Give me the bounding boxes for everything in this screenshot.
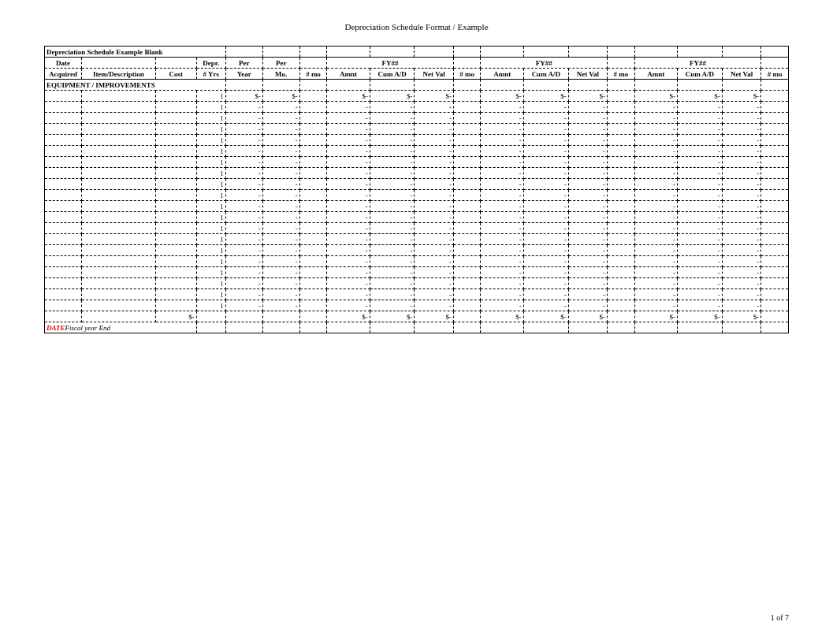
cell-nmo — [761, 300, 789, 311]
cell-netval: $- — [722, 91, 760, 102]
cell-acquired — [45, 311, 82, 322]
cell-cum: - — [678, 102, 723, 113]
cell-amnt: $- — [327, 91, 370, 102]
cell-cum: - — [523, 124, 568, 135]
empty-cell — [299, 80, 327, 91]
cell-amnt: - — [327, 278, 370, 289]
cell-per-mo: - — [262, 256, 299, 267]
cell-amnt: - — [481, 190, 523, 201]
empty-cell — [327, 47, 370, 58]
hdr-fy-0: FY## — [327, 58, 454, 69]
cell-nmo — [453, 201, 481, 212]
cell-cum: - — [678, 179, 723, 190]
cell-nmo — [608, 124, 635, 135]
cell-cum: - — [678, 300, 723, 311]
cell-per-year: - — [225, 245, 262, 256]
cell-nmo — [453, 267, 481, 278]
cell-nmo — [761, 256, 789, 267]
cell-nmo — [761, 278, 789, 289]
cell-nmo — [608, 212, 635, 223]
cell-cost — [155, 289, 196, 300]
cell-acquired — [45, 212, 82, 223]
cell-acquired — [45, 190, 82, 201]
cell-acquired — [45, 278, 82, 289]
total-netval: $- — [568, 311, 607, 322]
cell-amnt: - — [634, 300, 677, 311]
cell-netval: - — [568, 201, 607, 212]
cell-amnt: - — [634, 113, 677, 124]
cell-amnt: - — [634, 278, 677, 289]
cell-per-mo: - — [262, 300, 299, 311]
cell-nmo — [608, 179, 635, 190]
cell-netval: - — [568, 289, 607, 300]
cell-amnt: - — [327, 256, 370, 267]
cell-amnt: - — [481, 135, 523, 146]
cell-yrs: 1 — [196, 267, 225, 278]
cell-cum: - — [523, 146, 568, 157]
cell-amnt: - — [634, 168, 677, 179]
cell-per-year: $- — [225, 91, 262, 102]
cell-item — [81, 300, 155, 311]
cell-cum: - — [370, 201, 415, 212]
cell-nmo — [299, 146, 327, 157]
cell-per-mo: - — [262, 157, 299, 168]
cell-nmo — [299, 278, 327, 289]
cell-nmo — [608, 234, 635, 245]
hdr-netval-0: Net Val — [415, 69, 453, 80]
cell-nmo — [453, 157, 481, 168]
cell-cost — [155, 179, 196, 190]
cell-cum: - — [678, 124, 723, 135]
empty-cell — [634, 322, 677, 333]
cell-cum: - — [523, 179, 568, 190]
cell-amnt: - — [481, 201, 523, 212]
empty-cell — [453, 80, 481, 91]
cell-amnt: - — [634, 124, 677, 135]
cell-nmo — [453, 278, 481, 289]
cell-netval: - — [568, 135, 607, 146]
cell-cum: - — [678, 234, 723, 245]
cell-nmo — [761, 113, 789, 124]
cell-per-year: - — [225, 223, 262, 234]
cell-cost — [155, 201, 196, 212]
empty-cell — [608, 80, 635, 91]
cell-yrs: 1 — [196, 157, 225, 168]
cell-amnt: - — [481, 289, 523, 300]
cell-item — [81, 267, 155, 278]
cell-nmo — [453, 102, 481, 113]
empty-cell — [299, 58, 327, 69]
cell-nmo — [299, 102, 327, 113]
empty-cell — [415, 80, 453, 91]
cell-cum: - — [523, 190, 568, 201]
cell-item — [81, 311, 155, 322]
cell-per-year: - — [225, 300, 262, 311]
cell-cum: - — [523, 135, 568, 146]
cell-amnt: - — [327, 245, 370, 256]
cell-cum: - — [678, 135, 723, 146]
cell-amnt: - — [327, 168, 370, 179]
page-number: 1 of 7 — [771, 613, 789, 622]
cell-acquired — [45, 179, 82, 190]
cell-netval: - — [722, 102, 760, 113]
cell-nmo — [299, 201, 327, 212]
page-title: Depreciation Schedule Format / Example — [0, 0, 833, 46]
cell-cost — [155, 113, 196, 124]
cell-acquired — [45, 157, 82, 168]
cell-per-mo: - — [262, 201, 299, 212]
cell-netval: - — [722, 179, 760, 190]
cell-nmo — [608, 300, 635, 311]
cell-amnt: - — [327, 267, 370, 278]
hdr-depr: Depr. — [196, 58, 225, 69]
cell-amnt: - — [481, 278, 523, 289]
empty-cell — [608, 58, 635, 69]
empty-cell — [481, 80, 523, 91]
cell-per-mo: - — [262, 135, 299, 146]
depreciation-table: Depreciation Schedule Example BlankDateD… — [44, 46, 789, 333]
cell-acquired — [45, 146, 82, 157]
cell-netval: - — [568, 190, 607, 201]
cell-per-year: - — [225, 267, 262, 278]
hdr-cost: Cost — [155, 69, 196, 80]
empty-cell — [262, 311, 299, 322]
cell-cum: - — [523, 212, 568, 223]
cell-item — [81, 102, 155, 113]
cell-netval: - — [722, 300, 760, 311]
